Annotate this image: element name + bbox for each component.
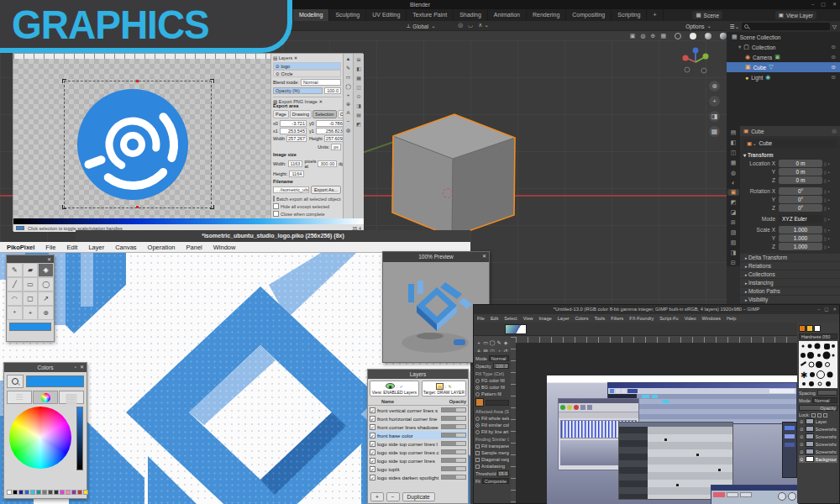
tools-palette-titlebar[interactable]: ✕ — [7, 255, 54, 263]
transform-value-field[interactable]: 0° — [779, 196, 822, 203]
visibility-eye-icon[interactable]: ⊙ — [832, 54, 836, 60]
export-field-input[interactable]: -0.786 — [316, 120, 344, 127]
fill-type-radio[interactable]: BG color fill — [475, 385, 509, 390]
inkscape-tool-icon[interactable]: ▭ — [346, 74, 351, 80]
snap-toolbar-icon[interactable]: ⊞ — [356, 56, 360, 62]
menu-item[interactable]: Image — [538, 316, 551, 321]
finding-checkbox[interactable]: Fill transparent areas — [475, 444, 509, 449]
animate-dot-icon[interactable]: • — [828, 178, 830, 183]
lock-icon[interactable]: ▯ — [824, 197, 827, 202]
inkscape-tool-icon[interactable]: + — [347, 92, 350, 97]
layer-opacity-slider[interactable] — [441, 407, 466, 412]
palette-swatch[interactable] — [66, 490, 71, 495]
layer-opacity-slider[interactable] — [441, 466, 466, 471]
shading-wireframe-icon[interactable] — [675, 33, 681, 39]
visibility-eye-icon[interactable]: ⊙ — [276, 64, 280, 69]
falloff-icon[interactable]: ∧ ⌄ — [478, 22, 489, 29]
affected-area-radio[interactable]: Fill similar colors — [475, 423, 509, 428]
layer-opacity-slider[interactable] — [441, 424, 466, 429]
transform-value-field[interactable]: 1.000 — [779, 226, 822, 234]
image-width-input[interactable]: 1163 — [288, 160, 303, 167]
pikopixel-titlebar[interactable]: *isometric_ubuntu_studio_logo.piko (256x… — [76, 230, 470, 242]
snap-toolbar-icon[interactable]: ▦ — [356, 75, 361, 81]
transform-value-field[interactable]: XYZ Euler — [779, 215, 822, 223]
layer-row[interactable]: front base color — [368, 431, 468, 439]
palette-swatch[interactable] — [24, 490, 29, 495]
layer-opacity-slider[interactable] — [441, 449, 466, 454]
maximize-icon[interactable]: ▢ — [821, 0, 826, 9]
palette-swatch[interactable] — [18, 490, 24, 495]
palette-swatch[interactable] — [42, 490, 47, 495]
palette-swatch[interactable] — [54, 490, 59, 495]
target-draw-layer-button[interactable]: ◎:✎ Target: DRAW LAYER — [422, 381, 466, 396]
layer-opacity-slider[interactable] — [441, 416, 466, 421]
selection-edge-handle[interactable] — [136, 80, 139, 82]
close-icon[interactable]: ✕ — [80, 363, 84, 372]
menu-item[interactable]: File — [477, 316, 485, 321]
palette-swatch[interactable] — [48, 490, 53, 495]
properties-tab-icon[interactable]: ▤ — [731, 129, 737, 136]
export-area-tab[interactable]: Page — [273, 110, 289, 118]
lock-icon[interactable]: ▯ — [824, 217, 827, 222]
visibility-eye-icon[interactable]: ⊙ — [800, 419, 804, 424]
properties-tab-icon[interactable]: ▦ — [731, 160, 737, 166]
overlay-toggle-icon[interactable]: ▦ — [660, 33, 666, 39]
view-layer-selector[interactable]: ▣View Layer — [775, 11, 816, 19]
transform-value-field[interactable]: 0 m — [779, 176, 822, 184]
snap-toolbar-icon[interactable]: ◩ — [356, 121, 361, 127]
menu-item[interactable]: Canvas — [115, 244, 136, 251]
layer-row[interactable]: logo toplit — [368, 465, 468, 473]
units-dropdown[interactable]: px — [331, 144, 341, 150]
opacity-slider[interactable]: Opacity (%) — [273, 87, 323, 94]
export-as-button[interactable]: Export As... — [311, 186, 341, 194]
threshold-slider[interactable]: 15.0 — [497, 470, 509, 476]
transform-section-header[interactable]: ▾ Transform — [740, 150, 840, 160]
current-color-swatch[interactable] — [9, 323, 51, 331]
menu-item[interactable]: File — [45, 244, 55, 251]
properties-tab-icon[interactable]: ◧ — [731, 139, 737, 146]
palette-swatch[interactable] — [13, 490, 18, 495]
gimp-titlebar[interactable]: *Untitled-13.0 (RGB color 8-bit gamma in… — [474, 305, 839, 314]
animate-dot-icon[interactable]: • — [828, 189, 830, 194]
outliner-row-camera[interactable]: ◉ Camera ▣ ⊙ — [727, 52, 840, 62]
inkscape-tool-icon[interactable]: ~ — [347, 118, 350, 123]
mode-dropdown[interactable]: Normal — [489, 355, 509, 361]
outliner-row-light[interactable]: ● Light ◉ ⊙ — [727, 72, 840, 82]
gimp-layer-row[interactable]: ⊙ Screenshot_2 — [799, 433, 837, 440]
lock-icon[interactable]: ▯ — [824, 228, 827, 233]
properties-tab-icon[interactable]: ◨ — [731, 249, 737, 256]
lock-alpha-icon[interactable] — [823, 413, 827, 417]
animate-dot-icon[interactable]: • — [828, 161, 830, 166]
palette-swatch[interactable] — [77, 490, 82, 495]
palette-swatch[interactable] — [83, 490, 88, 495]
tool-button[interactable]: ◈ — [38, 263, 54, 277]
brushes-grid[interactable]: ✱ — [799, 341, 837, 388]
tool-button[interactable]: * — [7, 306, 23, 320]
transform-orientation-dropdown[interactable]: ⟂Global⌄ — [403, 22, 439, 30]
lock-icon[interactable]: ▯ — [824, 206, 827, 211]
properties-section-header[interactable]: Relations — [740, 262, 840, 270]
affected-area-radio[interactable]: Fill whole selection — [475, 416, 509, 421]
properties-tab-icon[interactable]: ▨ — [731, 229, 737, 236]
outliner-search-input[interactable] — [742, 23, 830, 30]
palette-swatch[interactable] — [7, 490, 12, 495]
viewport-nav-icon[interactable]: ◨ — [709, 111, 720, 122]
close-icon[interactable]: ✕ — [318, 99, 323, 104]
opacity-value[interactable]: 100.0 — [324, 87, 341, 94]
tool-button[interactable]: + — [23, 306, 39, 320]
selection-edge-handle[interactable] — [136, 206, 139, 208]
lock-pixels-icon[interactable] — [811, 413, 816, 417]
tool-button[interactable]: ▰ — [23, 263, 39, 277]
layer-row[interactable]: logo sides darken spotlight — [368, 473, 468, 481]
animate-dot-icon[interactable]: • — [828, 236, 830, 241]
fill-by-dropdown[interactable]: Composite — [482, 478, 509, 484]
export-field-input[interactable]: -3.721 — [280, 120, 307, 127]
object-name-field[interactable]: ▣⌄ Cube — [743, 139, 837, 148]
fill-type-radio[interactable]: Pattern fill — [475, 391, 509, 396]
default-cube[interactable] — [382, 111, 525, 241]
tool-button[interactable]: ╱ — [7, 277, 23, 291]
shading-solid-icon[interactable] — [690, 33, 696, 39]
properties-tab-icon[interactable]: ⊞ — [731, 219, 736, 226]
inkscape-tool-icon[interactable]: ▲ — [346, 56, 351, 61]
palette-swatch[interactable] — [30, 490, 35, 495]
